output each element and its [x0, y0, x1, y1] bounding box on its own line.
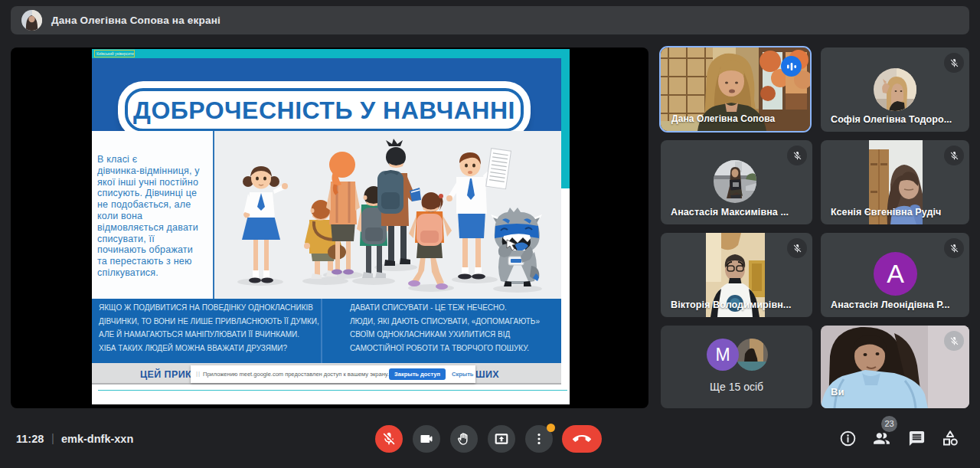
svg-text:M: M [715, 345, 730, 365]
